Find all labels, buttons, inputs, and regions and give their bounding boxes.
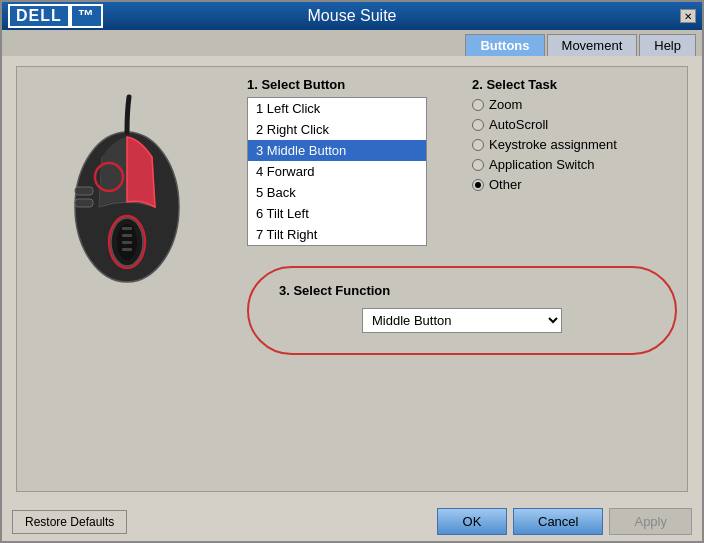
svg-rect-5 (122, 227, 132, 230)
radio-other-circle (472, 179, 484, 191)
main-window: DELL™ Mouse Suite ✕ Buttons Movement Hel… (0, 0, 704, 543)
radio-zoom-label: Zoom (489, 97, 522, 112)
task-select-section: 2. Select Task Zoom AutoScroll (472, 77, 677, 246)
tab-help[interactable]: Help (639, 34, 696, 56)
content-area: 1. Select Button 1 Left Click 2 Right Cl… (2, 56, 702, 502)
radio-keystroke-label: Keystroke assignment (489, 137, 617, 152)
radio-group: Zoom AutoScroll Keystroke assignment (472, 97, 677, 192)
section2-header: 2. Select Task (472, 77, 677, 92)
tabs-row: Buttons Movement Help (2, 30, 702, 56)
radio-appswitch[interactable]: Application Switch (472, 157, 677, 172)
radio-autoscroll-circle (472, 119, 484, 131)
cancel-button[interactable]: Cancel (513, 508, 603, 535)
close-button[interactable]: ✕ (680, 9, 696, 23)
svg-rect-10 (75, 199, 93, 207)
radio-autoscroll-label: AutoScroll (489, 117, 548, 132)
title-bar: DELL™ Mouse Suite ✕ (2, 2, 702, 30)
section3-header: 3. Select Function (279, 283, 390, 298)
radio-keystroke-circle (472, 139, 484, 151)
ok-button[interactable]: OK (437, 508, 507, 535)
radio-appswitch-label: Application Switch (489, 157, 595, 172)
radio-other[interactable]: Other (472, 177, 677, 192)
list-item-5[interactable]: 5 Back (248, 182, 426, 203)
radio-appswitch-circle (472, 159, 484, 171)
restore-defaults-button[interactable]: Restore Defaults (12, 510, 127, 534)
tab-buttons[interactable]: Buttons (465, 34, 544, 56)
radio-zoom[interactable]: Zoom (472, 97, 677, 112)
list-item-6[interactable]: 6 Tilt Left (248, 203, 426, 224)
bottom-bar: Restore Defaults OK Cancel Apply (2, 502, 702, 541)
radio-autoscroll[interactable]: AutoScroll (472, 117, 677, 132)
list-item-7[interactable]: 7 Tilt Right (248, 224, 426, 245)
dell-logo-text: DELL (8, 4, 70, 28)
svg-rect-8 (122, 248, 132, 251)
main-panel: 1. Select Button 1 Left Click 2 Right Cl… (16, 66, 688, 492)
svg-rect-6 (122, 234, 132, 237)
button-list: 1 Left Click 2 Right Click 3 Middle Butt… (247, 97, 427, 246)
left-section (27, 77, 227, 481)
svg-rect-7 (122, 241, 132, 244)
radio-zoom-circle (472, 99, 484, 111)
window-title: Mouse Suite (308, 7, 397, 25)
button-select-section: 1. Select Button 1 Left Click 2 Right Cl… (247, 77, 452, 246)
list-item-3[interactable]: 3 Middle Button (248, 140, 426, 161)
dell-tm: ™ (70, 4, 103, 28)
title-bar-left: DELL™ (8, 4, 103, 28)
right-section: 1. Select Button 1 Left Click 2 Right Cl… (247, 77, 677, 481)
top-row: 1. Select Button 1 Left Click 2 Right Cl… (247, 77, 677, 246)
radio-other-label: Other (489, 177, 522, 192)
mouse-image (47, 77, 207, 297)
action-buttons: OK Cancel Apply (437, 508, 692, 535)
apply-button[interactable]: Apply (609, 508, 692, 535)
radio-keystroke[interactable]: Keystroke assignment (472, 137, 677, 152)
function-section: 3. Select Function Middle Button Zoom Au… (247, 266, 677, 355)
list-item-1[interactable]: 1 Left Click (248, 98, 426, 119)
function-dropdown[interactable]: Middle Button Zoom AutoScroll Keystroke … (362, 308, 562, 333)
list-item-4[interactable]: 4 Forward (248, 161, 426, 182)
section1-header: 1. Select Button (247, 77, 452, 92)
svg-rect-9 (75, 187, 93, 195)
list-item-2[interactable]: 2 Right Click (248, 119, 426, 140)
function-select-wrapper: Middle Button Zoom AutoScroll Keystroke … (279, 308, 645, 333)
tab-movement[interactable]: Movement (547, 34, 638, 56)
dell-logo: DELL™ (8, 4, 103, 28)
